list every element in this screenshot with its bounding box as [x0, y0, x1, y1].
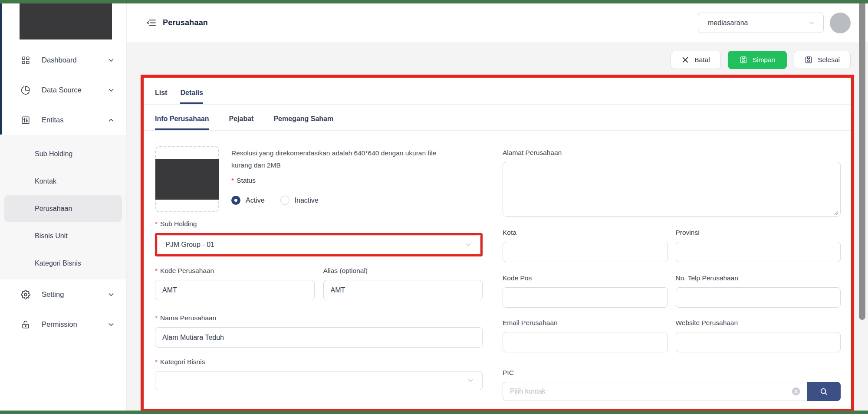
annotation-box-sub-holding: PJM Group - 01 — [155, 233, 483, 256]
sub-holding-value: PJM Group - 01 — [165, 241, 214, 249]
sidebar-item-label: Perusahaan — [35, 205, 72, 213]
tab-pemegang-saham[interactable]: Pemegang Saham — [273, 115, 333, 130]
detail-tabs: Info Perusahaan Pejabat Pemegang Saham — [144, 105, 851, 131]
search-icon — [819, 387, 828, 396]
frame-top-strip — [0, 0, 868, 3]
sidebar-item-kontak[interactable]: Kontak — [4, 168, 122, 195]
sidebar-item-label: Permission — [42, 320, 77, 329]
company-logo — [155, 159, 219, 200]
chevron-down-icon — [107, 56, 115, 64]
sidebar-item-label: Dashboard — [42, 56, 77, 64]
sidebar-item-sub-holding[interactable]: Sub Holding — [4, 140, 122, 168]
provinsi-input[interactable] — [676, 242, 841, 262]
sidebar-item-bisnis-unit[interactable]: Bisnis Unit — [4, 222, 122, 250]
sidebar-item-entitas[interactable]: Entitas — [0, 105, 126, 135]
sidebar-item-label: Data Source — [42, 86, 82, 94]
tab-list[interactable]: List — [155, 89, 167, 104]
clear-icon[interactable] — [791, 387, 801, 396]
tab-info-perusahaan[interactable]: Info Perusahaan — [155, 115, 209, 130]
form-actions: Batal Simpan Selesai — [144, 51, 851, 69]
alias-label: Alias (optional) — [323, 267, 483, 275]
kategori-bisnis-label: *Kategori Bisnis — [155, 358, 483, 366]
page-title: Perusahaan — [163, 18, 208, 27]
simpan-button[interactable]: Simpan — [728, 51, 787, 69]
sidebar: Dashboard Data Source Entitas — [0, 3, 127, 411]
kategori-bisnis-select[interactable] — [155, 371, 483, 390]
logo-upload-box[interactable] — [155, 146, 219, 212]
chevron-down-icon — [808, 19, 815, 27]
collapse-sidebar-icon[interactable] — [146, 17, 157, 28]
save-icon — [805, 56, 812, 64]
save-icon — [740, 56, 747, 64]
sidebar-item-label: Sub Holding — [35, 150, 72, 158]
email-input[interactable] — [503, 332, 668, 352]
logo-hint-line1: Resolusi yang direkomendasikan adalah 64… — [231, 147, 436, 159]
sidebar-item-label: Entitas — [42, 116, 63, 124]
no-telp-input[interactable] — [676, 287, 841, 308]
simpan-label: Simpan — [753, 56, 776, 64]
close-icon — [681, 56, 689, 64]
kota-label: Kota — [503, 229, 668, 237]
main-area: Perusahaan mediasarana Batal Simpan — [127, 3, 868, 411]
sidebar-item-label: Setting — [42, 290, 64, 299]
no-telp-label: No. Telp Perusahaan — [676, 274, 841, 282]
sub-holding-label: *Sub Holding — [155, 220, 483, 228]
app-logo — [20, 3, 112, 39]
nama-perusahaan-input[interactable] — [155, 327, 483, 348]
lock-icon — [21, 320, 30, 329]
sliders-icon — [21, 115, 30, 125]
chevron-down-icon — [107, 321, 115, 329]
website-label: Website Perusahaan — [676, 319, 841, 327]
radio-label: Inactive — [295, 197, 319, 204]
sidebar-nav: Dashboard Data Source Entitas — [0, 45, 126, 339]
sidebar-item-perusahaan[interactable]: Perusahaan — [4, 195, 122, 222]
kota-input[interactable] — [503, 242, 668, 262]
scrollbar-thumb[interactable] — [859, 2, 865, 320]
selesai-button[interactable]: Selesai — [794, 51, 851, 69]
app-window: Dashboard Data Source Entitas — [0, 0, 868, 414]
status-label: *Status — [231, 177, 436, 184]
frame-bottom-strip — [0, 411, 868, 414]
alamat-textarea[interactable] — [503, 162, 841, 217]
tab-details[interactable]: Details — [180, 89, 203, 104]
form-left-column: Resolusi yang direkomendasikan adalah 64… — [155, 146, 483, 401]
status-radio-inactive[interactable]: Inactive — [280, 196, 319, 205]
kode-pos-label: Kode Pos — [503, 274, 668, 282]
pic-search-button[interactable] — [807, 382, 841, 401]
kode-pos-input[interactable] — [503, 287, 668, 308]
sidebar-item-setting[interactable]: Setting — [0, 279, 126, 309]
tenant-select[interactable]: mediasarana — [698, 13, 824, 33]
sidebar-item-data-source[interactable]: Data Source — [0, 75, 126, 105]
chevron-down-icon — [464, 241, 472, 249]
alias-input[interactable] — [323, 280, 483, 300]
email-label: Email Perusahaan — [503, 319, 668, 327]
sub-holding-select[interactable]: PJM Group - 01 — [157, 235, 480, 254]
sidebar-item-label: Kategori Bisnis — [35, 260, 81, 267]
status-radio-active[interactable]: Active — [231, 196, 265, 205]
selesai-label: Selesai — [818, 56, 840, 64]
website-input[interactable] — [676, 332, 841, 352]
kode-perusahaan-input[interactable] — [155, 280, 315, 300]
radio-checked-icon — [231, 196, 240, 205]
radio-unchecked-icon — [280, 196, 289, 205]
sidebar-item-label: Bisnis Unit — [35, 232, 68, 240]
sidebar-item-kategori-bisnis[interactable]: Kategori Bisnis — [4, 250, 122, 277]
sidebar-item-dashboard[interactable]: Dashboard — [0, 45, 126, 75]
chevron-down-icon — [107, 291, 115, 299]
batal-label: Batal — [694, 56, 710, 64]
pic-label: PIC — [503, 369, 841, 377]
grid-icon — [21, 56, 30, 65]
annotation-box-form-card: List Details Info Perusahaan Pejabat Pem… — [141, 75, 854, 412]
pic-input[interactable] — [503, 382, 807, 401]
required-marker: * — [231, 177, 234, 184]
nama-perusahaan-label: *Nama Perusahaan — [155, 314, 483, 322]
tenant-select-value: mediasarana — [708, 19, 748, 27]
main-tabs: List Details — [144, 78, 851, 105]
pie-chart-icon — [21, 85, 30, 95]
chevron-down-icon — [467, 377, 474, 384]
frame-left-strip — [0, 3, 2, 135]
tab-pejabat[interactable]: Pejabat — [229, 115, 253, 130]
sidebar-item-permission[interactable]: Permission — [0, 309, 126, 339]
batal-button[interactable]: Batal — [671, 51, 720, 69]
user-avatar[interactable] — [830, 13, 851, 33]
